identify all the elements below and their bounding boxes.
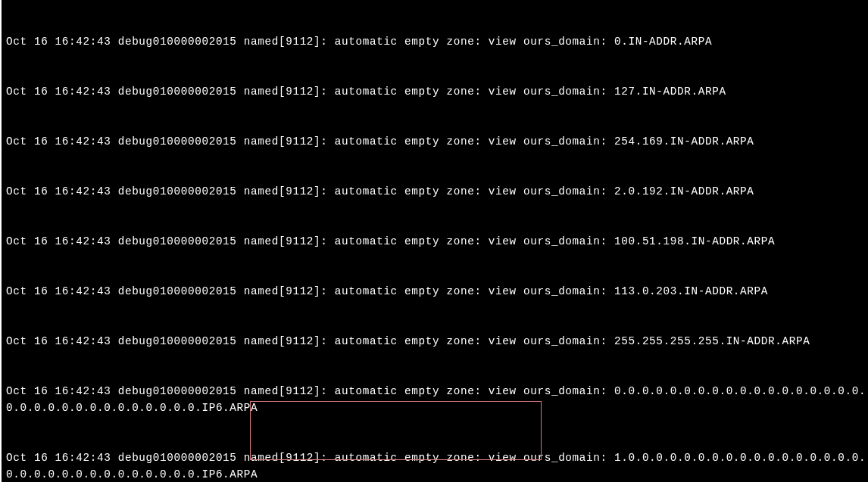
log-line: Oct 16 16:42:43 debug010000002015 named[… xyxy=(6,333,868,350)
log-line: Oct 16 16:42:43 debug010000002015 named[… xyxy=(6,449,868,482)
log-line: Oct 16 16:42:43 debug010000002015 named[… xyxy=(6,233,868,250)
log-line: Oct 16 16:42:43 debug010000002015 named[… xyxy=(6,33,868,50)
log-line: Oct 16 16:42:43 debug010000002015 named[… xyxy=(6,383,868,416)
log-line: Oct 16 16:42:43 debug010000002015 named[… xyxy=(6,133,868,150)
window-left-border xyxy=(0,0,2,482)
terminal-window[interactable]: Oct 16 16:42:43 debug010000002015 named[… xyxy=(0,0,868,482)
log-line: Oct 16 16:42:43 debug010000002015 named[… xyxy=(6,283,868,300)
log-line: Oct 16 16:42:43 debug010000002015 named[… xyxy=(6,83,868,100)
log-line: Oct 16 16:42:43 debug010000002015 named[… xyxy=(6,183,868,200)
terminal-output: Oct 16 16:42:43 debug010000002015 named[… xyxy=(6,0,868,482)
